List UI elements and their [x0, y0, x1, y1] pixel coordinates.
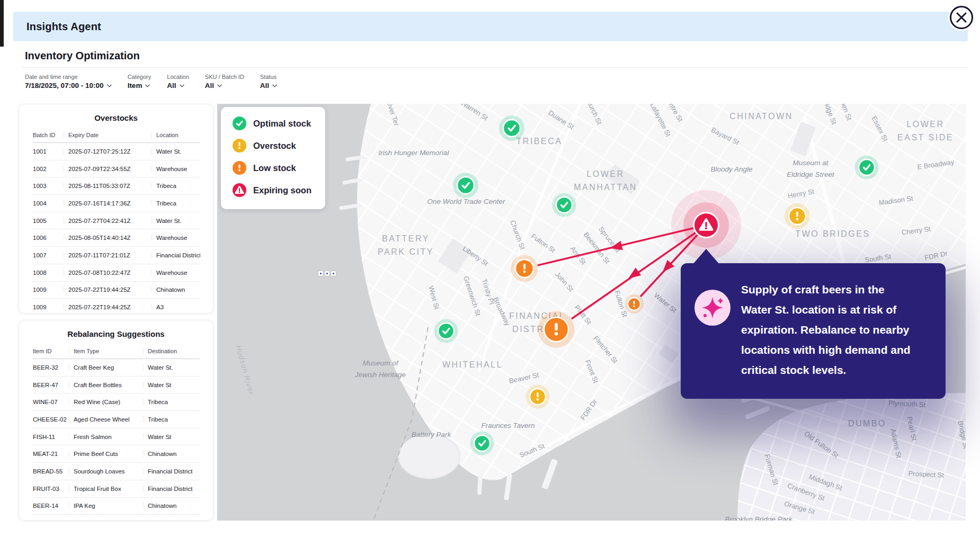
chevron-down-icon	[145, 84, 150, 87]
map-dot-button[interactable]	[331, 271, 336, 276]
chevron-down-icon	[107, 84, 112, 87]
map-marker-optimal[interactable]	[855, 156, 879, 180]
map-marker-overstock[interactable]	[526, 385, 550, 409]
tooltip-text: Supply of craft beers in the Water St. l…	[741, 277, 911, 380]
table-cell: 1009	[33, 287, 64, 293]
table-cell: Chinatown	[143, 451, 200, 457]
table-row: FRUIT-03Tropical Fruit BoxFinancial Dist…	[33, 480, 200, 497]
table-header-row: Batch IDExpiry DateLocation	[33, 128, 200, 143]
table-cell: BREAD-55	[33, 468, 69, 475]
legend-low-icon	[232, 160, 247, 175]
table-cell: 2025-08-11T05:33:07Z	[64, 183, 152, 189]
table-cell: A3	[143, 520, 200, 521]
table-cell: 1003	[33, 183, 64, 189]
filter-value-dropdown[interactable]: Item	[128, 82, 152, 90]
map-marker-optimal[interactable]	[499, 115, 524, 141]
table-cell: FISH-11	[33, 434, 69, 440]
map-marker-overstock[interactable]	[785, 203, 810, 229]
table-row: 10052025-07-27T04:22:41ZWater St.	[33, 212, 200, 229]
close-button[interactable]	[950, 6, 973, 29]
table-cell: Tropical Fruit Box	[69, 486, 143, 492]
table-cell: Warehouse	[152, 270, 200, 276]
table-cell: A3	[152, 304, 200, 310]
filter-value-dropdown[interactable]: All	[205, 82, 244, 90]
table-cell: 1008	[33, 270, 64, 276]
table-row: 10062025-08-05T14:40:14ZWarehouse	[33, 229, 200, 246]
table-row: BREAD-55Sourdough LoavesFinancial Distri…	[33, 462, 200, 480]
column-header: Destination	[143, 348, 200, 354]
table-cell: Fresh Salmon	[69, 434, 143, 440]
filter-category: CategoryItem	[128, 74, 152, 90]
column-header: Item ID	[33, 348, 69, 354]
table-cell: Tribeca	[152, 183, 200, 189]
table-cell: Tribeca	[143, 399, 200, 405]
table-cell: Financial District	[143, 486, 200, 492]
table-cell: 2025-08-05T14:40:14Z	[64, 235, 152, 241]
map-marker-optimal[interactable]	[453, 173, 478, 198]
map-dot-button[interactable]	[318, 271, 323, 276]
table-cell: 2025-07-16T14:17:36Z	[64, 200, 152, 207]
table-row: 10072025-07-11T07:21:01ZFinancial Distri…	[33, 246, 200, 264]
poi-label: Bloody Angle	[710, 165, 752, 173]
map-dots-control[interactable]	[318, 271, 336, 276]
table-cell: Craft Beer Bottles	[69, 382, 143, 388]
neighborhood-label: TRIBECA	[516, 137, 563, 146]
table-cell: MEAT-21	[33, 451, 69, 457]
table-cell: Water St.	[152, 148, 200, 155]
table-cell: Chinatown	[143, 503, 200, 509]
table-cell: 2025-07-27T04:22:41Z	[64, 218, 152, 224]
neighborhood-label: DUMBO	[848, 419, 886, 428]
table-row: FISH-11Fresh SalmonWater St	[33, 428, 200, 445]
legend-label: Low stock	[253, 163, 296, 173]
filter-label: Location	[167, 74, 189, 80]
table-cell: Chinatown	[152, 287, 200, 293]
filter-status: StatusAll	[260, 74, 277, 90]
table-cell: Red Wine (Case)	[69, 399, 143, 405]
table-row: BEER-32Craft Beer KegWater St.	[33, 359, 200, 376]
map-dot-button[interactable]	[325, 271, 329, 276]
map-legend: Optimal stockOverstockLow stockExpiring …	[221, 107, 325, 209]
table-row: 10082025-07-08T10:22:47ZWarehouse	[33, 264, 200, 281]
filter-value-dropdown[interactable]: All	[167, 82, 189, 90]
map-marker-optimal[interactable]	[434, 319, 458, 343]
map-marker-optimal[interactable]	[470, 432, 494, 455]
table-cell: BEER-47	[33, 382, 69, 388]
table-row: 10022025-07-09T22:34:55ZWarehouse	[33, 160, 200, 177]
filter-value-dropdown[interactable]: 7/18/2025, 07:00 - 10:00	[25, 82, 112, 90]
map-marker-optimal[interactable]	[553, 193, 576, 217]
table-cell: 1007	[33, 252, 64, 258]
overstocks-title: Overstocks	[19, 104, 213, 122]
table-cell: WINE-07	[33, 399, 69, 405]
table-row: WINE-07Red Wine (Case)Tribeca	[33, 393, 200, 410]
filter-bar: Date and time range7/18/2025, 07:00 - 10…	[25, 74, 277, 90]
poi-label: Fraunces Tavern	[482, 422, 535, 429]
overstocks-table: Batch IDExpiry DateLocation10012025-07-1…	[33, 128, 200, 314]
map-marker-low[interactable]	[538, 311, 575, 348]
table-cell: 1006	[33, 235, 64, 241]
filter-sku-batch-id: SKU / Batch IDAll	[205, 74, 244, 90]
window-edge	[0, 0, 4, 47]
table-cell: 2025-07-22T19:44:25Z	[64, 304, 152, 310]
table-cell: Tribeca	[143, 416, 200, 423]
poi-label: One World Trade Center	[427, 198, 505, 205]
map-marker-low[interactable]	[511, 255, 538, 282]
table-cell: 1005	[33, 218, 64, 224]
legend-label: Expiring soon	[253, 185, 311, 195]
filter-location: LocationAll	[167, 74, 189, 90]
insight-tooltip: Supply of craft beers in the Water St. l…	[681, 263, 946, 399]
column-header: Batch ID	[33, 132, 64, 138]
page-title: Inventory Optimization	[25, 50, 140, 62]
table-cell: CHEESE-02	[33, 416, 69, 423]
map-marker-low[interactable]	[625, 294, 644, 314]
filter-label: SKU / Batch ID	[205, 74, 244, 80]
table-cell: Prime Beef Cuts	[69, 451, 143, 457]
legend-label: Overstock	[253, 141, 296, 151]
tooltip-pointer	[692, 249, 720, 265]
table-cell: Aged Cheese Wheel	[69, 416, 143, 423]
column-header: Item Type	[69, 348, 143, 354]
table-cell: Water St	[143, 382, 200, 388]
filter-value-dropdown[interactable]: All	[260, 82, 277, 90]
table-row: 10042025-07-16T14:17:36ZTribeca	[33, 194, 200, 212]
table-row: MEAT-21Prime Beef CutsChinatown	[33, 445, 200, 462]
poi-label: Brooklyn Bridge Park	[725, 515, 793, 521]
